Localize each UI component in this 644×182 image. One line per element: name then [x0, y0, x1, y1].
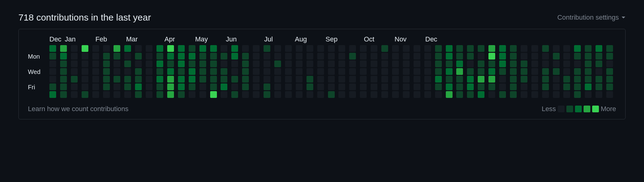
contribution-cell[interactable]: [296, 60, 303, 67]
contribution-cell[interactable]: [606, 68, 613, 75]
contribution-cell[interactable]: [274, 68, 281, 75]
contribution-cell[interactable]: [114, 60, 120, 67]
contribution-cell[interactable]: [446, 68, 453, 75]
contribution-cell[interactable]: [542, 45, 549, 52]
contribution-cell[interactable]: [392, 45, 399, 52]
contribution-cell[interactable]: [92, 53, 99, 60]
contribution-cell[interactable]: [414, 68, 420, 75]
contribution-cell[interactable]: [92, 76, 99, 83]
contribution-cell[interactable]: [596, 60, 602, 67]
contribution-cell[interactable]: [403, 45, 410, 52]
contribution-cell[interactable]: [585, 76, 592, 83]
contribution-cell[interactable]: [596, 45, 602, 52]
contribution-cell[interactable]: [456, 53, 463, 60]
contribution-cell[interactable]: [435, 53, 442, 60]
contribution-cell[interactable]: [71, 68, 78, 75]
contribution-cell[interactable]: [510, 45, 517, 52]
contribution-cell[interactable]: [521, 76, 527, 83]
contribution-cell[interactable]: [531, 68, 538, 75]
contribution-cell[interactable]: [189, 53, 195, 60]
contribution-cell[interactable]: [574, 83, 581, 90]
contribution-cell[interactable]: [296, 76, 303, 83]
contribution-cell[interactable]: [606, 60, 613, 67]
contribution-cell[interactable]: [103, 76, 110, 83]
contribution-cell[interactable]: [285, 76, 292, 83]
contribution-cell[interactable]: [456, 45, 463, 52]
contribution-cell[interactable]: [478, 60, 484, 67]
contribution-cell[interactable]: [231, 91, 238, 98]
contribution-cell[interactable]: [392, 76, 399, 83]
contribution-cell[interactable]: [574, 45, 581, 52]
contribution-cell[interactable]: [338, 45, 345, 52]
contribution-cell[interactable]: [82, 45, 88, 52]
contribution-cell[interactable]: [49, 60, 56, 67]
contribution-cell[interactable]: [156, 60, 163, 67]
contribution-cell[interactable]: [124, 83, 131, 90]
contribution-cell[interactable]: [349, 45, 356, 52]
contribution-cell[interactable]: [456, 76, 463, 83]
contribution-cell[interactable]: [189, 45, 195, 52]
contribution-cell[interactable]: [424, 53, 431, 60]
contribution-cell[interactable]: [71, 91, 78, 98]
contribution-cell[interactable]: [531, 53, 538, 60]
contribution-cell[interactable]: [456, 83, 463, 90]
contribution-cell[interactable]: [435, 83, 442, 90]
contribution-cell[interactable]: [521, 68, 527, 75]
contribution-cell[interactable]: [328, 91, 335, 98]
contribution-cell[interactable]: [274, 60, 281, 67]
contribution-cell[interactable]: [264, 83, 270, 90]
contribution-cell[interactable]: [349, 60, 356, 67]
contribution-cell[interactable]: [531, 83, 538, 90]
contribution-cell[interactable]: [435, 76, 442, 83]
contribution-cell[interactable]: [478, 91, 484, 98]
contribution-cell[interactable]: [349, 53, 356, 60]
contribution-cell[interactable]: [574, 53, 581, 60]
contribution-cell[interactable]: [210, 76, 217, 83]
contribution-cell[interactable]: [606, 76, 613, 83]
contribution-cell[interactable]: [414, 45, 420, 52]
contribution-cell[interactable]: [60, 45, 67, 52]
contribution-cell[interactable]: [606, 53, 613, 60]
contribution-cell[interactable]: [392, 60, 399, 67]
contribution-cell[interactable]: [596, 53, 602, 60]
contribution-cell[interactable]: [499, 60, 506, 67]
contribution-cell[interactable]: [156, 83, 163, 90]
contribution-cell[interactable]: [264, 45, 270, 52]
contribution-cell[interactable]: [114, 76, 120, 83]
contribution-cell[interactable]: [135, 76, 142, 83]
contribution-cell[interactable]: [103, 68, 110, 75]
contribution-cell[interactable]: [156, 53, 163, 60]
contribution-cell[interactable]: [467, 45, 474, 52]
contribution-cell[interactable]: [317, 53, 324, 60]
contribution-cell[interactable]: [199, 83, 206, 90]
contribution-cell[interactable]: [446, 53, 453, 60]
contribution-cell[interactable]: [146, 91, 152, 98]
contribution-cell[interactable]: [307, 60, 313, 67]
contribution-cell[interactable]: [499, 76, 506, 83]
contribution-cell[interactable]: [563, 60, 570, 67]
contribution-grid[interactable]: [49, 45, 616, 99]
contribution-cell[interactable]: [521, 91, 527, 98]
contribution-cell[interactable]: [307, 68, 313, 75]
contribution-cell[interactable]: [510, 60, 517, 67]
contribution-cell[interactable]: [521, 60, 527, 67]
contribution-cell[interactable]: [381, 91, 388, 98]
contribution-cell[interactable]: [478, 45, 484, 52]
contribution-cell[interactable]: [242, 68, 249, 75]
contribution-cell[interactable]: [231, 76, 238, 83]
contribution-cell[interactable]: [488, 83, 495, 90]
contribution-cell[interactable]: [574, 68, 581, 75]
contribution-cell[interactable]: [114, 53, 120, 60]
contribution-cell[interactable]: [563, 45, 570, 52]
contribution-cell[interactable]: [510, 76, 517, 83]
contribution-cell[interactable]: [103, 83, 110, 90]
contribution-cell[interactable]: [446, 76, 453, 83]
contribution-cell[interactable]: [189, 91, 195, 98]
contribution-cell[interactable]: [253, 60, 260, 67]
contribution-cell[interactable]: [82, 68, 88, 75]
contribution-cell[interactable]: [521, 53, 527, 60]
contribution-cell[interactable]: [199, 60, 206, 67]
contribution-cell[interactable]: [403, 83, 410, 90]
contribution-cell[interactable]: [596, 76, 602, 83]
contribution-cell[interactable]: [553, 91, 560, 98]
